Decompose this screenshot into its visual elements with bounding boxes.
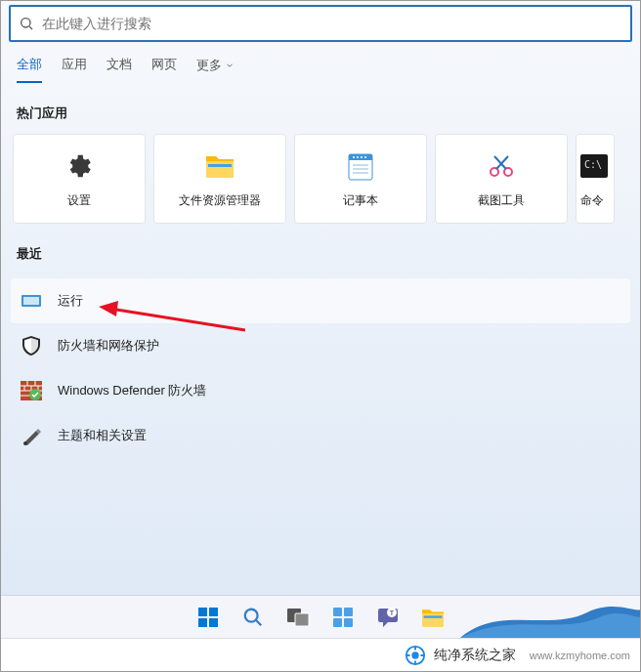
svg-rect-20 <box>23 297 39 305</box>
watermark-brand: 纯净系统之家 <box>434 647 516 664</box>
recent-item-label: 主题和相关设置 <box>58 427 147 444</box>
app-label: 文件资源管理器 <box>179 192 261 209</box>
tab-all[interactable]: 全部 <box>17 56 42 83</box>
taskbar: T <box>1 595 640 638</box>
search-box[interactable] <box>9 5 632 42</box>
svg-line-39 <box>256 619 262 625</box>
top-apps-title: 热门应用 <box>1 83 640 134</box>
recent-item-run[interactable]: 运行 <box>11 278 630 323</box>
themes-icon <box>21 426 41 445</box>
svg-rect-48 <box>424 615 443 617</box>
terminal-icon: C:\ <box>580 154 608 178</box>
tab-web[interactable]: 网页 <box>151 56 177 83</box>
recent-item-firewall-protection[interactable]: 防火墙和网络保护 <box>11 323 630 368</box>
app-label: 设置 <box>67 192 91 209</box>
svg-line-16 <box>494 156 506 169</box>
settings-icon <box>64 151 94 181</box>
notepad-icon <box>348 151 373 181</box>
recent-item-themes[interactable]: 主题和相关设置 <box>11 413 630 458</box>
taskbar-start-button[interactable] <box>189 598 228 637</box>
app-tile-snipping-tool[interactable]: 截图工具 <box>435 134 568 224</box>
app-label: 记事本 <box>343 192 378 209</box>
taskbar-search-button[interactable] <box>234 598 273 637</box>
run-icon <box>21 293 41 309</box>
file-explorer-icon <box>204 152 235 180</box>
tab-more[interactable]: 更多 <box>196 56 235 83</box>
svg-rect-37 <box>209 618 218 627</box>
svg-rect-44 <box>333 618 342 627</box>
svg-point-11 <box>361 156 363 158</box>
taskbar-chat-button[interactable]: T <box>368 598 407 637</box>
recent-item-label: 防火墙和网络保护 <box>58 337 159 355</box>
brand-logo-icon <box>405 645 426 666</box>
svg-text:C:\: C:\ <box>584 159 602 170</box>
app-label: 命令 <box>580 192 604 209</box>
svg-point-31 <box>23 441 27 445</box>
search-icon <box>19 16 34 31</box>
svg-rect-36 <box>198 618 207 627</box>
svg-point-10 <box>357 156 359 158</box>
svg-point-38 <box>245 609 258 621</box>
svg-rect-41 <box>295 613 309 626</box>
svg-line-15 <box>496 156 508 169</box>
svg-point-12 <box>364 156 366 158</box>
file-explorer-icon <box>420 607 446 628</box>
app-tile-notepad[interactable]: 记事本 <box>294 134 427 224</box>
chevron-down-icon <box>225 61 235 70</box>
chat-icon: T <box>376 607 400 628</box>
svg-point-50 <box>411 651 418 658</box>
taskbar-widgets-button[interactable] <box>323 598 363 637</box>
svg-line-1 <box>29 26 32 29</box>
filter-tabs: 全部 应用 文档 网页 更多 <box>1 42 640 83</box>
svg-rect-34 <box>198 608 207 616</box>
app-tile-file-explorer[interactable]: 文件资源管理器 <box>153 134 286 224</box>
task-view-icon <box>286 608 310 627</box>
recent-list: 运行 防火墙和网络保护 Windows Defender 防火墙 主题和相关设置 <box>1 274 640 462</box>
taskbar-task-view-button[interactable] <box>278 598 318 637</box>
firewall-brick-icon <box>21 381 42 400</box>
top-apps-row: 设置 文件资源管理器 记事本 截图工具 C:\ 命令 <box>1 134 640 224</box>
watermark-bar: 纯净系统之家 www.kzmyhome.com <box>1 638 640 671</box>
taskbar-file-explorer-button[interactable] <box>413 598 452 637</box>
windows-logo-icon <box>196 606 220 629</box>
svg-rect-3 <box>208 164 232 167</box>
svg-rect-43 <box>344 608 353 616</box>
watermark-url: www.kzmyhome.com <box>530 650 630 661</box>
app-tile-settings[interactable]: 设置 <box>13 134 146 224</box>
svg-point-0 <box>21 19 30 27</box>
recent-item-defender-firewall[interactable]: Windows Defender 防火墙 <box>11 368 630 413</box>
svg-point-9 <box>353 156 355 158</box>
recent-item-label: Windows Defender 防火墙 <box>58 382 206 399</box>
svg-text:T: T <box>390 609 395 616</box>
recent-item-label: 运行 <box>58 292 83 310</box>
search-input[interactable] <box>42 16 622 31</box>
shield-icon <box>21 335 41 357</box>
svg-rect-35 <box>209 608 218 616</box>
svg-rect-42 <box>333 608 342 616</box>
app-tile-terminal[interactable]: C:\ 命令 <box>576 134 615 224</box>
svg-rect-45 <box>344 618 353 627</box>
tab-more-label: 更多 <box>196 57 222 74</box>
app-label: 截图工具 <box>478 192 525 209</box>
tab-documents[interactable]: 文档 <box>107 56 132 83</box>
search-icon <box>242 607 264 628</box>
recent-title: 最近 <box>1 224 640 274</box>
snipping-tool-icon <box>487 152 516 180</box>
tab-apps[interactable]: 应用 <box>62 56 87 83</box>
widgets-icon <box>331 606 355 629</box>
